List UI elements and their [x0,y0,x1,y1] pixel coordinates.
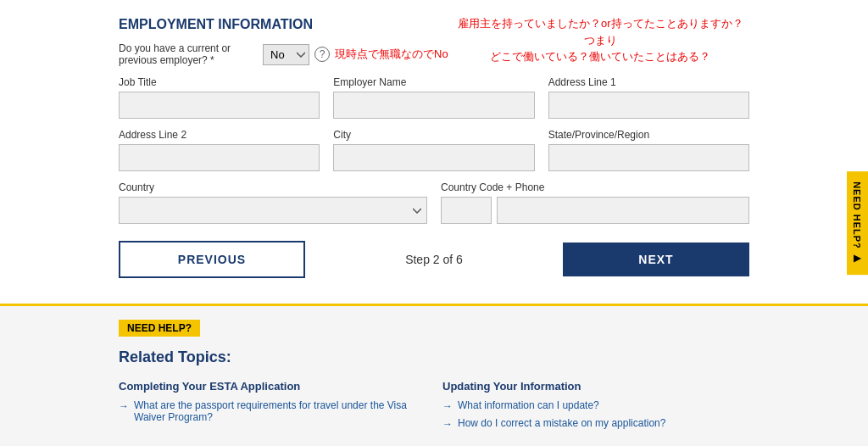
arrow-icon-1: → [119,400,129,412]
employer-question-label: Do you have a current or previous employ… [119,42,254,66]
state-province-label: State/Province/Region [548,129,749,141]
address-line1-label: Address Line 1 [548,76,749,88]
help-icon[interactable]: ? [314,47,330,62]
help-col-2: Updating Your Information → What informa… [442,380,749,435]
city-group: City [333,129,534,171]
phone-group: Country Code + Phone [441,181,749,224]
help-link-3[interactable]: → How do I correct a mistake on my appli… [442,417,749,430]
related-topics-title: Related Topics: [119,348,749,366]
arrow-icon-3: → [442,418,453,430]
help-col-1-title: Completing Your ESTA Application [119,380,426,393]
need-help-section: NEED HELP? Related Topics: Completing Yo… [0,304,868,446]
help-col-1: Completing Your ESTA Application → What … [119,380,426,435]
step-indicator: Step 2 of 6 [405,253,463,266]
top-section: 雇用主を持っていましたか？or持ってたことありますか？ つまり どこで働いている… [119,8,749,66]
help-link-1-text: What are the passport requirements for t… [134,399,426,423]
help-link-2[interactable]: → What information can I update? [442,399,749,412]
employer-name-group: Employer Name [333,76,534,119]
help-col-2-title: Updating Your Information [442,380,749,393]
address-line2-group: Address Line 2 [119,129,320,171]
help-columns: Completing Your ESTA Application → What … [119,380,749,435]
state-province-input[interactable] [548,144,749,171]
address-line1-group: Address Line 1 [548,76,749,119]
job-title-input[interactable] [119,92,320,119]
navigation-row: PREVIOUS Step 2 of 6 NEXT [119,241,749,278]
annotation-no: 現時点で無職なのでNo [335,47,448,62]
previous-button[interactable]: PREVIOUS [119,241,305,278]
city-label: City [333,129,534,141]
country-group: Country [119,181,427,224]
state-province-group: State/Province/Region [548,129,749,171]
help-link-2-text: What information can I update? [458,399,599,411]
job-title-label: Job Title [119,76,320,88]
help-link-1[interactable]: → What are the passport requirements for… [119,399,426,423]
phone-code-input[interactable] [441,197,492,224]
address-line2-input[interactable] [119,144,320,171]
employer-question-row: Do you have a current or previous employ… [119,42,749,66]
address-line1-input[interactable] [548,92,749,119]
address-line2-label: Address Line 2 [119,129,320,141]
employer-name-label: Employer Name [333,76,534,88]
form-row-2: Address Line 2 City State/Province/Regio… [119,129,749,171]
city-input[interactable] [333,144,534,171]
country-select[interactable] [119,197,427,224]
employer-name-input[interactable] [333,92,534,119]
employer-select[interactable]: No Yes [263,44,309,65]
arrow-icon-2: → [442,400,453,412]
help-link-3-text: How do I correct a mistake on my applica… [458,417,665,429]
phone-label: Country Code + Phone [441,181,749,193]
phone-number-input[interactable] [497,197,749,224]
employer-select-wrapper: No Yes ? [263,44,330,65]
country-label: Country [119,181,427,193]
phone-inputs [441,197,749,224]
need-help-label: NEED HELP? [119,320,200,337]
form-row-3: Country Country Code + Phone [119,181,749,224]
need-help-sidebar-label: NEED HELP? ▶ [852,181,863,265]
main-content: 雇用主を持っていましたか？or持ってたことありますか？ つまり どこで働いている… [0,0,868,304]
need-help-sidebar-tab[interactable]: NEED HELP? ▶ [847,171,868,275]
next-button[interactable]: NEXT [563,243,749,276]
job-title-group: Job Title [119,76,320,119]
form-row-1: Job Title Employer Name Address Line 1 [119,76,749,119]
